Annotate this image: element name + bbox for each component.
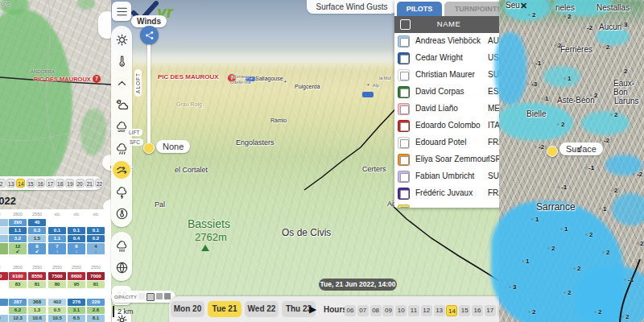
hour-chip-08[interactable]: 08 [370, 305, 382, 316]
table-cell: 0.5 [48, 307, 66, 314]
hour-chip-16[interactable]: 16 [36, 179, 45, 188]
hour-chip-13[interactable]: 13 [434, 305, 445, 316]
opacity-level-1[interactable] [147, 293, 155, 301]
hour-chip-13[interactable]: 13 [6, 179, 15, 188]
chevron-up-layer-button[interactable] [113, 74, 130, 92]
waypoint-badge[interactable]: 7 [93, 75, 101, 83]
pilot-checkbox[interactable] [400, 190, 409, 199]
pilot-checkbox[interactable] [400, 139, 409, 148]
table-cell: 7 ↓ [48, 243, 66, 254]
day-chip-mon-20[interactable]: Mon 20 [171, 301, 204, 317]
pilot-checkbox[interactable] [400, 156, 409, 165]
altitude-value-chip: None [156, 140, 190, 153]
cloud-lightning-layer-button[interactable] [113, 183, 130, 200]
col-header: 2550 [48, 265, 66, 271]
pilot-checkbox[interactable] [400, 38, 409, 47]
hour-chip-15[interactable]: 15 [27, 179, 35, 188]
map-label: Sallagouse [255, 76, 283, 81]
pilot-row[interactable]: Edoardo ColomboITA [394, 118, 514, 135]
hour-chip-06[interactable]: 06 [345, 305, 356, 316]
pilot-row[interactable]: Fabian UmbrichtSUI [394, 168, 514, 186]
thermometer-circle-layer-button[interactable] [113, 204, 130, 222]
table-row: 0091008550750086007000 [0, 272, 111, 280]
pilot-name: Christian Maurer [415, 70, 475, 79]
menu-button[interactable] [112, 2, 131, 21]
close-marker-icon[interactable]: ✕ [520, 1, 527, 11]
hour-chip-14[interactable]: 14 [446, 305, 457, 316]
pilot-row[interactable]: Eliya Soar ZemmourISR [394, 151, 514, 169]
opacity-level-2[interactable] [156, 293, 163, 299]
wind-value: ◦ 1 [564, 75, 572, 82]
hour-chip-16[interactable]: 16 [472, 305, 483, 316]
wind-layer-button[interactable] [113, 161, 130, 179]
pilot-checkbox[interactable] [400, 89, 409, 97]
play-button[interactable]: ▶ [309, 303, 316, 315]
wind-value: ◦ 2 [590, 92, 598, 99]
opacity-level-3[interactable] [164, 293, 171, 299]
day-chip-wed-22[interactable]: Wed 22 [245, 301, 279, 317]
layer-group [111, 26, 132, 227]
table-cell [0, 219, 8, 226]
wind-value: ◦ 1 [573, 147, 581, 154]
altitude-slider-knob[interactable] [143, 142, 155, 154]
tab-pilots[interactable]: PILOTS [397, 2, 442, 16]
wind-value: ◦ 2 [554, 42, 562, 49]
cloud-sun-layer-button[interactable] [113, 96, 130, 114]
hour-chip-17[interactable]: 17 [46, 179, 55, 188]
wind-value: ◦ -3 [527, 80, 537, 88]
altitude-slider-knob[interactable] [547, 146, 558, 157]
hour-chip-10[interactable]: 10 [395, 305, 407, 316]
map-label: Ferrières [560, 45, 592, 54]
cloud-rain-layer-button[interactable] [113, 237, 130, 254]
hour-chip-20[interactable]: 20 [76, 179, 85, 188]
table-cell: 1.5 [28, 235, 46, 242]
table-cell: 12.3 [9, 315, 27, 322]
table-cell [0, 227, 8, 234]
hour-chip-07[interactable]: 07 [357, 305, 369, 316]
precip-blob [581, 111, 630, 135]
wind-value: ◦ 2 [636, 240, 644, 247]
pilot-checkbox[interactable] [400, 207, 409, 208]
winds-share-button[interactable] [140, 26, 159, 44]
hour-chip-12[interactable]: 12 [421, 305, 432, 316]
thermometer-layer-button[interactable] [113, 52, 130, 70]
pilot-checkbox[interactable] [400, 72, 409, 80]
table-cell: 0.1 [68, 227, 85, 234]
table-cell: 8 ↙ [28, 243, 46, 254]
altitude-slider-track[interactable] [147, 40, 151, 150]
table-cell: 276 [68, 299, 85, 306]
hour-chip-11[interactable]: 11 [408, 305, 419, 316]
sun-layer-button[interactable] [113, 31, 130, 48]
pilot-checkbox[interactable] [400, 55, 409, 64]
menu-icon [115, 5, 129, 19]
pilot-row[interactable]: David LiañoMEX [394, 101, 514, 118]
pilot-row[interactable] [394, 202, 514, 208]
opacity-level-0[interactable] [138, 293, 145, 299]
pilot-name: Edoardo Colombo [415, 121, 481, 130]
col-header: 2550 [28, 265, 46, 271]
day-chip-tue-21[interactable]: Tue 21 [208, 301, 242, 317]
hour-chip-09[interactable]: 09 [382, 305, 394, 316]
pilot-row[interactable]: Edouard PotelFRA [394, 134, 514, 152]
table-cell: 00 [0, 272, 8, 280]
pilot-checkbox[interactable] [400, 122, 409, 131]
table-cell: 287 [9, 299, 27, 306]
hour-chip-15[interactable]: 15 [459, 305, 470, 316]
hour-chip-21[interactable]: 21 [85, 179, 94, 188]
col-header: 0 [0, 212, 8, 218]
opacity-control[interactable]: OPACITY [111, 291, 175, 303]
pic-des-mauroux-label: PIC DES MAUROUX [158, 73, 219, 80]
map-label: Odello-Via [230, 80, 251, 85]
hour-chip-18[interactable]: 18 [56, 179, 64, 188]
hour-chip-2[interactable]: 2 [0, 179, 6, 188]
pilot-row[interactable]: Frédéric JuvauxFRA [394, 185, 514, 203]
pilot-checkbox[interactable] [400, 105, 409, 114]
map-label: Alp [373, 83, 379, 88]
hour-chip-17[interactable]: 17 [485, 305, 496, 316]
pilot-checkbox[interactable] [400, 173, 409, 182]
hour-chip-14[interactable]: 14 [16, 179, 25, 188]
pilot-name: David Liaño [415, 104, 458, 113]
hour-chip-22[interactable]: 22 [95, 179, 104, 188]
globe-layer-button[interactable] [113, 258, 130, 276]
hour-chip-19[interactable]: 19 [65, 179, 74, 188]
